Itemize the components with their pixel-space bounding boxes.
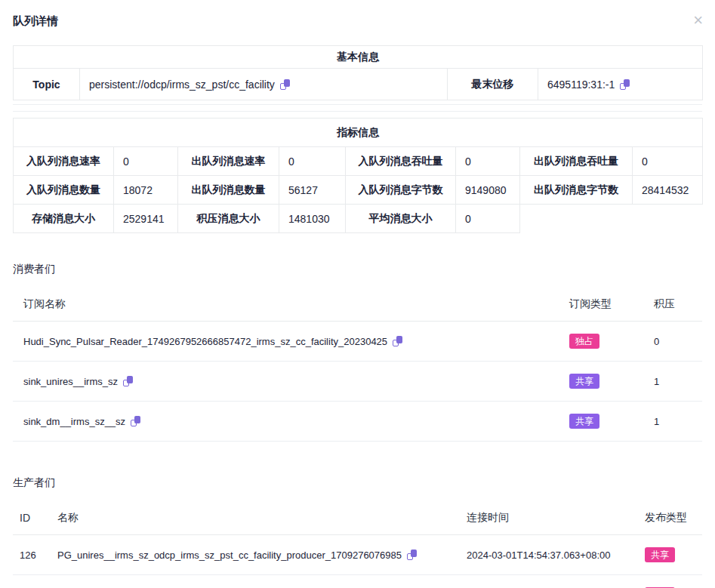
last-offset-label: 最末位移 — [448, 69, 538, 100]
column-header-subscription-type: 订阅类型 — [559, 276, 643, 322]
copy-subscription-icon[interactable] — [393, 336, 402, 346]
subscription-type-badge: 共享 — [569, 414, 599, 429]
backlog-value: 1 — [643, 362, 702, 402]
metric-value: 56127 — [279, 176, 346, 205]
basic-info-section-title: 基本信息 — [14, 46, 703, 69]
metric-value: 1481030 — [279, 205, 346, 233]
metric-value: 18072 — [114, 176, 178, 205]
queue-detail-drawer: 队列详情 × 基本信息 Topic persistent://odcp/irms… — [0, 0, 715, 588]
consumers-heading: 消费者们 — [13, 263, 702, 276]
metric-value: 2529141 — [114, 205, 178, 233]
producer-connect-time: 2024-03-03T22:07:46.918+08:00 — [460, 575, 638, 588]
consumer-row: sink_unires__irms_sz 共享 1 — [13, 362, 702, 402]
publish-type-badge: 共享 — [645, 547, 675, 562]
metric-value: 9149080 — [456, 176, 520, 205]
producers-heading: 生产者们 — [13, 476, 702, 490]
subscription-name: sink_dm__irms_sz__sz — [23, 416, 125, 427]
metric-label: 积压消息大小 — [178, 205, 279, 233]
metrics-row: 入队列消息数量 18072 出队列消息数量 56127 入队列消息字节数 914… — [14, 176, 703, 205]
producer-id: 126 — [13, 535, 51, 575]
producer-connect-time: 2024-03-01T14:54:37.063+08:00 — [460, 535, 638, 575]
publish-type-cell: 共享 — [638, 575, 702, 588]
copy-topic-icon[interactable] — [280, 79, 290, 90]
consumer-row: Hudi_Sync_Pulsar_Reader_1749267952666857… — [13, 322, 702, 362]
subscription-name-cell: sink_unires__irms_sz — [13, 362, 559, 402]
metric-label: 出队列消息吞吐量 — [520, 147, 633, 176]
column-header-backlog: 积压 — [643, 276, 702, 322]
divider-strip — [13, 104, 702, 112]
metrics-row: 存储消息大小 2529141 积压消息大小 1481030 平均消息大小 0 — [14, 205, 703, 233]
consumers-table: 订阅名称 订阅类型 积压 Hudi_Sync_Pulsar_Reader_174… — [13, 276, 702, 442]
metric-label: 入队列消息速率 — [14, 147, 114, 176]
column-header-connect-time: 连接时间 — [460, 490, 638, 535]
metrics-header-row: 指标信息 — [14, 119, 703, 147]
topic-value: persistent://odcp/irms_sz_pst/cc_facilit… — [89, 79, 275, 91]
producer-name-cell: PG_unires__irms_sz_odcp_irms_sz_pst_cc_f… — [51, 575, 460, 588]
metric-label: 出队列消息字节数 — [520, 176, 633, 205]
copy-producer-icon[interactable] — [407, 550, 417, 560]
producer-name-cell: PG_unires__irms_sz_odcp_irms_sz_pst_cc_f… — [51, 535, 460, 575]
producer-id: 185 — [13, 575, 51, 588]
basic-info-table: 基本信息 Topic persistent://odcp/irms_sz_pst… — [13, 45, 703, 100]
subscription-name-cell: sink_dm__irms_sz__sz — [13, 402, 559, 442]
producer-row: 185 PG_unires__irms_sz_odcp_irms_sz_pst_… — [13, 575, 702, 588]
metric-value: 0 — [279, 147, 346, 176]
metric-value: 0 — [456, 147, 520, 176]
subscription-type-cell: 共享 — [559, 402, 643, 442]
copy-subscription-icon[interactable] — [131, 416, 140, 426]
basic-info-row: Topic persistent://odcp/irms_sz_pst/cc_f… — [14, 69, 703, 100]
metric-label: 平均消息大小 — [346, 205, 456, 233]
subscription-type-badge: 共享 — [569, 374, 599, 389]
backlog-value: 1 — [643, 402, 702, 442]
metric-value: 0 — [114, 147, 178, 176]
last-offset-value-cell: 6495119:31:-1 — [538, 69, 703, 100]
column-header-name: 名称 — [51, 490, 460, 535]
backlog-value: 0 — [643, 322, 702, 362]
producers-header-row: ID 名称 连接时间 发布类型 — [13, 490, 702, 535]
consumers-header-row: 订阅名称 订阅类型 积压 — [13, 276, 702, 322]
consumer-row: sink_dm__irms_sz__sz 共享 1 — [13, 402, 702, 442]
topic-value-cell: persistent://odcp/irms_sz_pst/cc_facilit… — [80, 69, 448, 100]
subscription-type-cell: 独占 — [559, 322, 643, 362]
producers-table: ID 名称 连接时间 发布类型 126 PG_unires__irms_sz_o… — [13, 490, 702, 588]
page-title: 队列详情 — [13, 15, 702, 27]
metric-label: 存储消息大小 — [14, 205, 114, 233]
metric-label: 出队列消息速率 — [178, 147, 279, 176]
topic-label: Topic — [14, 69, 80, 100]
last-offset-value: 6495119:31:-1 — [547, 79, 615, 91]
basic-info-header-row: 基本信息 — [14, 46, 703, 69]
subscription-type-cell: 共享 — [559, 362, 643, 402]
metric-label: 出队列消息数量 — [178, 176, 279, 205]
metric-label: 入队列消息吞吐量 — [346, 147, 456, 176]
subscription-name: sink_unires__irms_sz — [23, 376, 118, 387]
copy-subscription-icon[interactable] — [123, 376, 133, 386]
close-button[interactable]: × — [692, 11, 704, 30]
empty-cell — [520, 205, 633, 233]
subscription-name: Hudi_Sync_Pulsar_Reader_1749267952666857… — [23, 336, 387, 347]
subscription-name-cell: Hudi_Sync_Pulsar_Reader_1749267952666857… — [13, 322, 559, 362]
empty-cell — [633, 205, 703, 233]
metric-label: 入队列消息字节数 — [346, 176, 456, 205]
metrics-table: 指标信息 入队列消息速率 0 出队列消息速率 0 入队列消息吞吐量 0 出队列消… — [13, 118, 703, 233]
producer-name: PG_unires__irms_sz_odcp_irms_sz_pst_cc_f… — [57, 550, 402, 561]
metrics-row: 入队列消息速率 0 出队列消息速率 0 入队列消息吞吐量 0 出队列消息吞吐量 … — [14, 147, 703, 176]
metric-value: 0 — [456, 205, 520, 233]
close-icon: × — [693, 11, 703, 29]
column-header-id: ID — [13, 490, 51, 535]
subscription-type-badge: 独占 — [569, 334, 599, 349]
producer-row: 126 PG_unires__irms_sz_odcp_irms_sz_pst_… — [13, 535, 702, 575]
metric-value: 28414532 — [633, 176, 703, 205]
copy-offset-icon[interactable] — [620, 79, 630, 90]
column-header-publish-type: 发布类型 — [638, 490, 702, 535]
metric-label: 入队列消息数量 — [14, 176, 114, 205]
publish-type-cell: 共享 — [638, 535, 702, 575]
column-header-subscription-name: 订阅名称 — [13, 276, 559, 322]
metric-value: 0 — [633, 147, 703, 176]
metrics-section-title: 指标信息 — [14, 119, 703, 147]
